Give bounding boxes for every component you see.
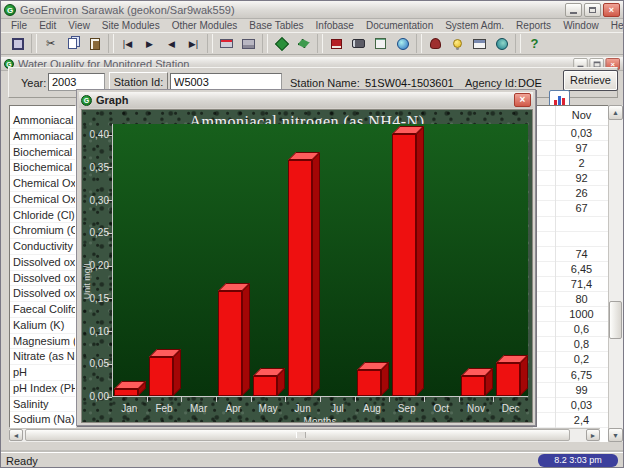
toolbar: ✂ |◀ ▶ ◀ ▶| ? [1,32,623,55]
scrollbar-grip [296,432,306,438]
value-cell: 0,6 [533,322,608,337]
rollback-icon[interactable] [293,34,314,53]
x-tick-label: Nov [459,403,493,414]
scroll-left-icon[interactable]: ◄ [9,429,23,441]
prev-record-icon[interactable]: ◀ [161,34,182,53]
menu-item-help[interactable]: Help [605,20,624,31]
x-tick-label: Apr [216,403,250,414]
scroll-down-icon[interactable]: ▼ [608,428,623,442]
parameter-row[interactable]: pH [10,365,75,381]
bar-jun [288,160,312,396]
parameter-row[interactable]: Dissolved oxyge [10,255,75,271]
parameter-row[interactable]: Sodium (Na) [10,412,75,428]
exit-icon[interactable] [7,34,28,53]
value-cell: 71,4 [533,277,608,292]
commit-icon[interactable] [271,34,292,53]
parameter-row[interactable]: Nitrate (as NO3 [10,349,75,365]
parameter-row[interactable]: Chromium (Cr) [10,223,75,239]
x-tick [355,397,356,402]
first-record-icon[interactable]: |◀ [117,34,138,53]
paste-icon[interactable] [84,34,105,53]
menu-item-documentation[interactable]: Documentation [360,20,439,31]
restore-button[interactable] [584,3,601,17]
y-tick-label: 0,05 [83,358,109,369]
camera-icon[interactable] [348,34,369,53]
parameter-row[interactable]: Biochemical Ox [10,145,75,161]
parameter-row[interactable]: Dissolved oxyge [10,286,75,302]
value-cell: 74 [533,247,608,262]
chart-y-axis-label: Unit mg/L [82,240,96,320]
menu-item-infobase[interactable]: Infobase [310,20,360,31]
value-cell: 6,45 [533,262,608,277]
world-icon[interactable] [491,34,512,53]
status-version-time-badge: 8.2 3:03 pm [538,454,618,467]
parameter-row[interactable]: Kalium (K) [10,318,75,334]
value-column-header: Nov [533,106,608,126]
graph-close-icon[interactable]: × [514,93,531,107]
value-cell: 67 [533,201,608,216]
copy-icon[interactable] [62,34,83,53]
bar-may [253,376,277,396]
parameter-row[interactable]: Ammoniacal nit [10,113,75,129]
bar-dec [496,363,520,396]
calculator-icon[interactable] [469,34,490,53]
parameter-row[interactable]: Conductivity [10,239,75,255]
parameter-row[interactable]: Chloride (Cl) [10,208,75,224]
parameter-row[interactable]: Salinity [10,397,75,413]
x-tick-label: Jul [320,403,354,414]
internet-icon[interactable] [392,34,413,53]
parameter-row[interactable]: Faecal Coliform [10,302,75,318]
menu-item-other-modules[interactable]: Other Modules [166,20,244,31]
menu-item-reports[interactable]: Reports [510,20,557,31]
database-icon[interactable] [425,34,446,53]
last-record-icon[interactable]: ▶| [183,34,204,53]
book-icon[interactable] [326,34,347,53]
value-cell [533,232,608,247]
value-cell: 92 [533,171,608,186]
x-tick-label: Mar [182,403,216,414]
value-table[interactable]: Nov 0,03972922667746,4571,48010000,60,80… [533,105,608,442]
parameter-row[interactable]: Magnesium (Mg [10,334,75,350]
status-bar: Ready 8.2 3:03 pm [1,452,623,468]
menu-item-file[interactable]: File [5,20,33,31]
parameter-row[interactable]: Chemical Oxyge [10,176,75,192]
site-map-icon[interactable] [370,34,391,53]
vertical-scrollbar-thumb[interactable] [609,301,622,339]
cut-icon[interactable]: ✂ [40,34,61,53]
parameter-row[interactable]: Biochemical Ox [10,160,75,176]
menu-item-site-modules[interactable]: Site Modules [96,20,166,31]
menu-item-window[interactable]: Window [557,20,605,31]
x-tick-label: Sep [390,403,424,414]
x-tick-label: Feb [147,403,181,414]
help-icon[interactable]: ? [524,34,545,53]
parameter-row[interactable]: Ammoniacal Nit [10,129,75,145]
retrieve-button[interactable]: Retrieve [563,70,618,91]
scroll-up-icon[interactable]: ▲ [608,105,623,120]
y-tick-label: 0,00 [83,391,109,402]
menu-item-base-tables[interactable]: Base Tables [243,20,309,31]
print-icon[interactable] [238,34,259,53]
y-tick-label: 0,20 [83,260,109,271]
x-tick-label: Jun [286,403,320,414]
graph-window: G Graph × Ammoniacal nitrogen (as NH4-N)… [76,89,536,426]
menu-item-system-adm-[interactable]: System Adm. [439,20,510,31]
parameter-row[interactable]: pH Index (PH IN [10,381,75,397]
menu-item-view[interactable]: View [62,20,96,31]
scroll-right-icon[interactable]: ► [586,429,600,441]
x-tick [389,397,390,402]
minimize-button[interactable] [565,3,582,17]
y-tick-label: 0,40 [83,129,109,140]
menu-item-edit[interactable]: Edit [33,20,62,31]
parameter-row[interactable]: Dissolved oxyge [10,271,75,287]
value-cell: 0,2 [533,352,608,367]
parameter-list[interactable]: Ammoniacal nitAmmoniacal NitBiochemical … [9,105,76,428]
vertical-scrollbar[interactable] [608,105,623,442]
status-text: Ready [6,455,38,467]
bulb-icon[interactable] [447,34,468,53]
close-button[interactable]: × [603,3,620,17]
next-record-icon[interactable]: ▶ [139,34,160,53]
parameter-row[interactable]: Chemical Oxyge [10,192,75,208]
x-tick [216,397,217,402]
x-tick [251,397,252,402]
stop-icon[interactable] [216,34,237,53]
